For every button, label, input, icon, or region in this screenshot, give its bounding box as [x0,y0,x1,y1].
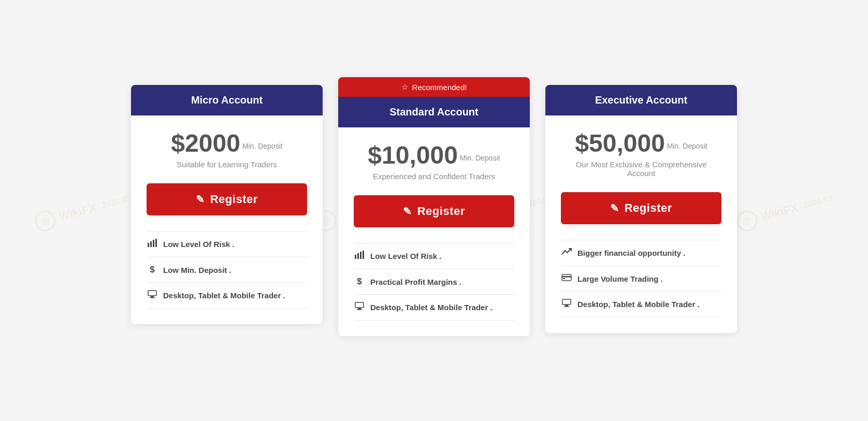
executive-account-body: $50,000Min. Deposit Our Most Exclusive &… [545,115,737,333]
svg-rect-8 [357,253,359,259]
micro-register-button[interactable]: Register [147,183,307,215]
micro-account-title: Micro Account [191,94,263,106]
micro-register-label: Register [210,193,258,206]
svg-rect-13 [357,309,362,310]
micro-feature-platforms-label: Desktop, Tablet & Mobile Trader . [163,291,285,300]
svg-rect-4 [148,291,156,296]
executive-feature-opportunity-label: Bigger financial opportunity . [577,249,685,257]
trend-icon [561,248,572,258]
executive-feature-platforms: Desktop, Tablet & Mobile Trader . [561,292,721,317]
svg-rect-16 [563,278,565,279]
standard-feature-platforms: Desktop, Tablet & Mobile Trader . [354,295,514,321]
svg-rect-11 [355,302,364,308]
svg-rect-3 [155,239,157,247]
executive-account-header: Executive Account [545,85,737,115]
standard-account-header: Standard Account [338,97,530,127]
standard-account-card: Recommended! Standard Account $10,000Min… [338,77,530,336]
executive-feature-volume-label: Large Volume Trading . [577,274,663,283]
desktop-icon-executive [561,299,572,310]
pencil-icon-standard [403,205,412,218]
svg-rect-2 [153,240,154,247]
svg-rect-17 [562,299,571,304]
micro-account-header: Micro Account [131,85,323,115]
svg-rect-15 [562,276,571,278]
executive-register-label: Register [625,201,672,215]
desktop-icon [147,290,158,301]
dollar-icon-standard: $ [354,277,365,287]
star-icon [401,82,408,92]
executive-price-label: Min. Deposit [667,142,707,150]
executive-features-list: Bigger financial opportunity . Large Vol… [561,240,721,317]
standard-price-label: Min. Deposit [460,154,500,162]
chart-icon-standard [354,251,365,262]
pencil-icon-executive [610,201,619,215]
executive-account-title: Executive Account [595,94,687,106]
svg-rect-6 [150,297,155,298]
standard-price-block: $10,000Min. Deposit [354,143,514,168]
standard-feature-risk-label: Low Level Of Risk . [370,252,442,260]
micro-price-label: Min. Deposit [242,142,283,150]
standard-price-amount: $10,000 [368,141,458,169]
micro-price-amount: $2000 [171,129,240,157]
standard-features-list: Low Level Of Risk . $ Practical Profit M… [354,243,514,321]
svg-rect-19 [564,306,569,307]
standard-feature-profit-label: Practical Profit Margins . [370,278,461,286]
micro-account-card: Micro Account $2000Min. Deposit Suitable… [131,85,323,324]
executive-register-button[interactable]: Register [561,192,721,224]
svg-rect-12 [358,308,361,309]
executive-price-block: $50,000Min. Deposit [561,131,721,156]
recommended-banner: Recommended! [338,77,530,97]
standard-feature-risk: Low Level Of Risk . [354,243,514,269]
executive-feature-volume: Large Volume Trading . [561,266,721,292]
executive-price-subtitle: Our Most Exclusive & Comprehensive Accou… [561,160,721,178]
micro-feature-platforms: Desktop, Tablet & Mobile Trader . [147,283,307,309]
micro-feature-risk-label: Low Level Of Risk . [163,240,235,249]
svg-rect-0 [148,243,149,247]
pencil-icon [196,193,205,206]
standard-price-subtitle: Experienced and Confident Traders [354,172,514,181]
standard-account-title: Standard Account [389,106,479,118]
executive-feature-opportunity: Bigger financial opportunity . [561,240,721,266]
micro-features-list: Low Level Of Risk . $ Low Min. Deposit . [147,231,307,309]
chart-icon [147,239,158,250]
cards-container: Micro Account $2000Min. Deposit Suitable… [121,64,747,357]
executive-account-card: Executive Account $50,000Min. Deposit Ou… [545,85,737,333]
svg-rect-18 [565,305,568,306]
svg-rect-14 [562,274,571,281]
standard-feature-platforms-label: Desktop, Tablet & Mobile Trader . [370,303,493,312]
micro-price-block: $2000Min. Deposit [147,131,307,156]
standard-feature-profit: $ Practical Profit Margins . [354,269,514,295]
standard-register-button[interactable]: Register [354,195,514,227]
svg-rect-7 [355,255,356,259]
recommended-label: Recommended! [412,83,467,92]
micro-account-body: $2000Min. Deposit Suitable for Learning … [131,115,323,324]
micro-feature-risk: Low Level Of Risk . [147,231,307,257]
svg-rect-1 [150,241,152,247]
svg-rect-5 [151,296,154,297]
standard-register-label: Register [417,205,465,218]
micro-price-subtitle: Suitable for Learning Traders [147,160,307,169]
dollar-icon: $ [147,265,158,275]
micro-feature-deposit-label: Low Min. Deposit . [163,266,232,274]
standard-account-body: $10,000Min. Deposit Experienced and Conf… [338,127,530,336]
svg-rect-10 [363,251,364,259]
executive-feature-platforms-label: Desktop, Tablet & Mobile Trader . [577,300,700,309]
executive-price-amount: $50,000 [575,129,665,157]
micro-feature-deposit: $ Low Min. Deposit . [147,257,307,283]
desktop-icon-standard [354,302,365,313]
card-icon [561,273,572,284]
svg-rect-9 [360,252,361,259]
